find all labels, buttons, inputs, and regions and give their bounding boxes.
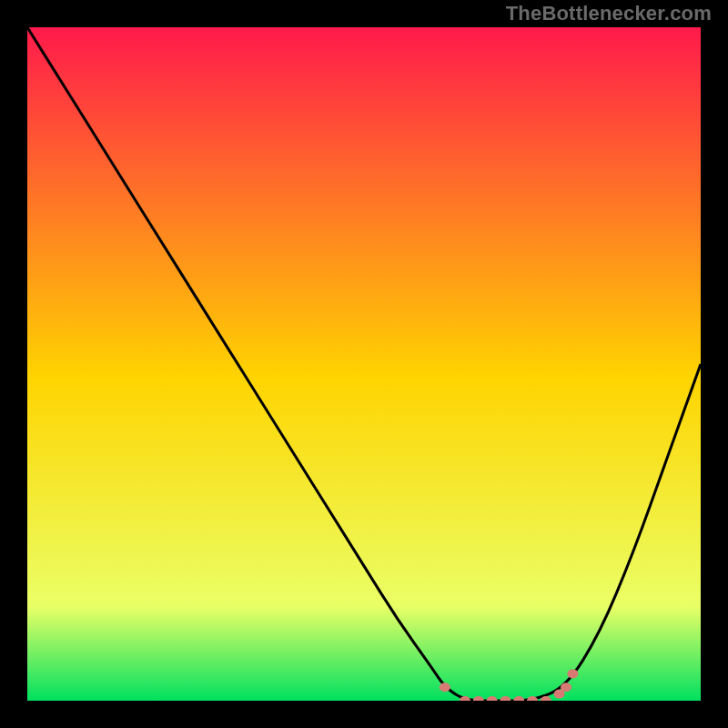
range-marker	[561, 682, 571, 692]
chart-frame: TheBottlenecker.com	[0, 0, 728, 728]
plot-area	[27, 27, 701, 701]
range-marker	[567, 669, 578, 678]
bottleneck-chart	[27, 27, 701, 701]
gradient-background	[27, 27, 701, 701]
range-marker	[440, 682, 450, 692]
attribution-text: TheBottlenecker.com	[506, 2, 712, 25]
